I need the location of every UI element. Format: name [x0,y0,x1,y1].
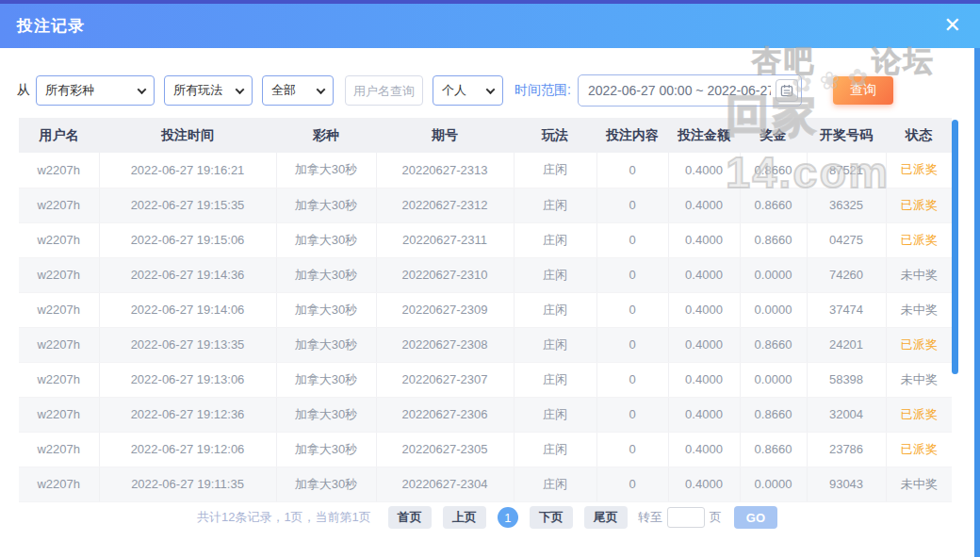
cell-amount: 0.4000 [668,432,740,467]
cell-period: 20220627-2312 [376,188,514,222]
close-icon[interactable]: ✕ [944,13,961,38]
cell-draw: 93043 [807,467,886,501]
go-button[interactable]: GO [734,506,777,529]
cell-prize: 0.0000 [740,467,807,501]
cell-time: 2022-06-27 19:16:21 [99,153,276,188]
cell-status: 未中奖 [886,362,952,397]
column-header-8: 开奖号码 [807,118,886,153]
calendar-icon[interactable] [776,79,798,102]
chevron-down-icon [486,85,496,94]
next-page-button[interactable]: 下页 [530,506,573,529]
cell-period: 20220627-2309 [376,292,514,327]
page-right-strip [974,48,980,557]
cell-time: 2022-06-27 19:11:35 [99,467,276,501]
column-header-5: 投注内容 [596,118,668,153]
cell-play: 庄闲 [514,397,596,432]
prev-page-button[interactable]: 上页 [443,506,486,529]
cell-status: 已派奖 [886,432,952,467]
cell-play: 庄闲 [514,257,596,292]
cell-username: w2207h [19,432,99,467]
table-row: w2207h2022-06-27 19:13:35加拿大30秒20220627-… [19,327,952,362]
cell-prize: 0.0000 [740,257,807,292]
cell-lottery: 加拿大30秒 [276,432,376,467]
cell-prize: 0.8660 [740,153,807,188]
cell-lottery: 加拿大30秒 [276,397,376,432]
cell-username: w2207h [19,292,99,327]
betting-records-modal: 投注记录 ✕ 从 所有彩种 所有玩法 全部 个人 时间范围: [0,0,980,557]
cell-lottery: 加拿大30秒 [276,467,376,501]
column-header-2: 彩种 [276,118,376,153]
cell-prize: 0.0000 [740,292,807,327]
cell-time: 2022-06-27 19:13:35 [99,327,276,362]
cell-content: 0 [596,153,668,188]
cell-draw: 87521 [807,153,886,188]
cell-draw: 36325 [807,188,886,222]
cell-username: w2207h [19,327,99,362]
cell-amount: 0.4000 [668,397,740,432]
cell-status: 已派奖 [886,153,952,188]
cell-status: 未中奖 [886,292,952,327]
records-table: 用户名投注时间彩种期号玩法投注内容投注金额奖金开奖号码状态 w2207h2022… [19,118,952,502]
column-header-6: 投注金额 [668,118,740,153]
cell-prize: 0.8660 [740,432,807,467]
status-filter-select[interactable]: 全部 [262,75,334,106]
lottery-type-select[interactable]: 所有彩种 [36,75,155,106]
column-header-1: 投注时间 [99,118,276,153]
cell-username: w2207h [19,257,99,292]
column-header-7: 奖金 [740,118,807,153]
cell-amount: 0.4000 [668,292,740,327]
cell-play: 庄闲 [514,188,596,222]
cell-draw: 04275 [807,222,886,257]
cell-play: 庄闲 [514,467,596,501]
cell-content: 0 [596,257,668,292]
table-scrollbar-thumb[interactable] [952,120,958,374]
cell-period: 20220627-2307 [376,362,514,397]
query-button[interactable]: 查询 [833,76,893,105]
cell-content: 0 [596,362,668,397]
cell-prize: 0.0000 [740,362,807,397]
chevron-down-icon [317,85,326,94]
chevron-down-icon [138,85,147,94]
cell-amount: 0.4000 [668,257,740,292]
current-page-button[interactable]: 1 [498,507,518,528]
cell-play: 庄闲 [514,362,596,397]
cell-content: 0 [596,188,668,222]
table-row: w2207h2022-06-27 19:15:06加拿大30秒20220627-… [19,222,952,257]
first-page-button[interactable]: 首页 [388,506,432,529]
cell-amount: 0.4000 [668,467,740,501]
play-type-select[interactable]: 所有玩法 [164,75,253,106]
scope-select[interactable]: 个人 [433,75,503,106]
table-body: w2207h2022-06-27 19:16:21加拿大30秒20220627-… [19,153,952,501]
chevron-down-icon [236,85,245,94]
column-header-3: 期号 [376,118,514,153]
cell-lottery: 加拿大30秒 [276,222,376,257]
play-type-value: 所有玩法 [173,82,222,99]
cell-time: 2022-06-27 19:15:35 [99,188,276,222]
cell-amount: 0.4000 [668,188,740,222]
from-label: 从 [17,82,30,99]
column-header-0: 用户名 [19,118,99,153]
cell-period: 20220627-2306 [376,397,514,432]
cell-play: 庄闲 [514,222,596,257]
cell-username: w2207h [19,467,99,501]
cell-content: 0 [596,467,668,501]
table-row: w2207h2022-06-27 19:16:21加拿大30秒20220627-… [19,153,952,188]
goto-label: 转至 [638,509,662,526]
username-search-input[interactable] [345,75,423,106]
column-header-9: 状态 [886,118,952,153]
cell-lottery: 加拿大30秒 [276,153,376,188]
cell-amount: 0.4000 [668,153,740,188]
scope-value: 个人 [442,82,466,99]
cell-status: 已派奖 [886,327,952,362]
cell-status: 未中奖 [886,467,952,501]
last-page-button[interactable]: 尾页 [584,506,628,529]
cell-content: 0 [596,327,668,362]
cell-period: 20220627-2304 [376,467,514,501]
lottery-type-value: 所有彩种 [45,82,94,99]
time-range-label: 时间范围: [514,82,571,99]
cell-lottery: 加拿大30秒 [276,327,376,362]
date-range-input[interactable] [578,74,802,106]
column-header-4: 玩法 [514,118,596,153]
goto-page-input[interactable] [667,507,705,528]
pagination-summary: 共计12条记录，1页，当前第1页 [197,509,371,526]
